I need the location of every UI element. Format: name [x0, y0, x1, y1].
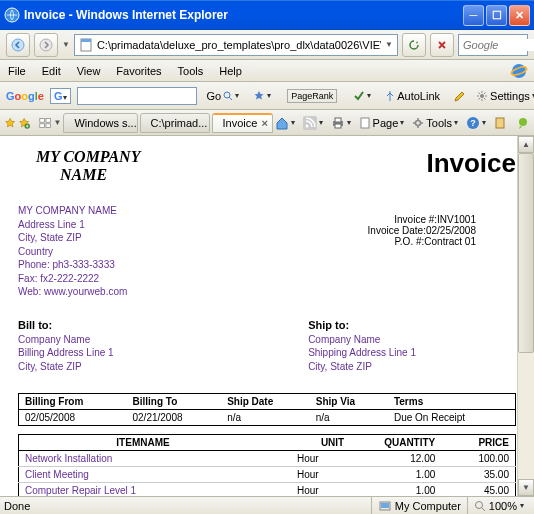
table-row: Computer Repair Level 1Hour1.0045.00 — [19, 483, 516, 497]
google-toolbar: Google G▾ Go ▾ ▾ PageRank ▾ AutoLink Set… — [0, 82, 534, 110]
table-row: Network InstallationHour12.00100.00 — [19, 451, 516, 467]
invoice-title: Invoice — [426, 148, 516, 179]
home-button[interactable]: ▾ — [275, 116, 295, 130]
svg-rect-11 — [40, 118, 45, 122]
items-table: ITEMNAME UNIT QUANTITY PRICE Network Ins… — [18, 434, 516, 496]
minimize-button[interactable]: ─ — [463, 5, 484, 26]
svg-point-1 — [12, 39, 24, 51]
table-row: Client MeetingHour1.0035.00 — [19, 467, 516, 483]
address-dropdown[interactable]: ▼ — [385, 40, 393, 49]
address-input[interactable] — [97, 39, 381, 51]
company-address: MY COMPANY NAME Address Line 1 City, Sta… — [18, 204, 127, 299]
title-bar: Invoice - Windows Internet Explorer ─ ☐ … — [0, 0, 534, 30]
address-bar[interactable]: ▼ — [74, 34, 398, 56]
forward-button[interactable] — [34, 33, 58, 57]
check-button[interactable]: ▾ — [349, 88, 375, 104]
svg-rect-27 — [496, 118, 504, 128]
status-zoom[interactable]: 100% ▾ — [467, 497, 530, 514]
status-zone: My Computer — [371, 497, 467, 514]
research-button[interactable] — [494, 116, 508, 130]
tab-invoice[interactable]: Invoice× — [212, 113, 273, 133]
vertical-scrollbar[interactable]: ▲ ▼ — [517, 136, 534, 496]
scroll-down-button[interactable]: ▼ — [518, 479, 534, 496]
add-favorites-icon[interactable] — [18, 115, 30, 131]
tab-list-dropdown[interactable]: ▼ — [53, 118, 61, 127]
invoice-meta: Invoice #:INV1001 Invoice Date:02/25/200… — [368, 214, 476, 299]
svg-rect-22 — [335, 124, 341, 128]
svg-text:?: ? — [470, 118, 476, 128]
tab-bar: ▼ Windows s... C:\primad... Invoice× ▾ ▾… — [0, 110, 534, 136]
autolink-button[interactable]: AutoLink — [381, 88, 444, 104]
scroll-thumb[interactable] — [518, 153, 534, 353]
google-search-input[interactable] — [77, 87, 197, 105]
company-name-header: MY COMPANY NAME — [18, 148, 140, 184]
help-button[interactable]: ?▾ — [466, 116, 486, 130]
status-bar: Done My Computer 100% ▾ — [0, 496, 534, 514]
search-input[interactable] — [463, 39, 534, 51]
google-bookmark-button[interactable]: ▾ — [249, 88, 275, 104]
svg-rect-14 — [46, 123, 51, 127]
svg-point-28 — [519, 118, 527, 126]
svg-rect-12 — [46, 118, 51, 122]
ie-logo-icon — [510, 62, 528, 80]
content-area: MY COMPANY NAME Invoice MY COMPANY NAME … — [0, 136, 534, 496]
tools-menu[interactable]: Tools▾ — [412, 117, 458, 129]
svg-rect-4 — [81, 39, 91, 42]
google-g-button[interactable]: G▾ — [50, 88, 71, 104]
maximize-button[interactable]: ☐ — [486, 5, 507, 26]
menu-view[interactable]: View — [69, 63, 109, 79]
scroll-up-button[interactable]: ▲ — [518, 136, 534, 153]
menu-favorites[interactable]: Favorites — [108, 63, 169, 79]
nav-bar: ▼ ▼ ▼ — [0, 30, 534, 60]
menu-help[interactable]: Help — [211, 63, 250, 79]
close-button[interactable]: ✕ — [509, 5, 530, 26]
svg-point-24 — [416, 120, 421, 125]
print-button[interactable]: ▾ — [331, 116, 351, 130]
svg-point-6 — [512, 64, 526, 78]
status-text: Done — [4, 500, 30, 512]
refresh-button[interactable] — [402, 33, 426, 57]
menu-tools[interactable]: Tools — [170, 63, 212, 79]
settings-button[interactable]: Settings▾ — [476, 90, 534, 102]
menu-bar: File Edit View Favorites Tools Help — [0, 60, 534, 82]
ship-to-block: Ship to: Company Name Shipping Address L… — [308, 319, 416, 374]
svg-rect-13 — [40, 123, 45, 127]
search-box[interactable]: ▼ — [458, 34, 528, 56]
messenger-button[interactable] — [516, 116, 530, 130]
feeds-button[interactable]: ▾ — [303, 116, 323, 130]
nav-history-dropdown[interactable]: ▼ — [62, 40, 70, 49]
favorites-star-icon[interactable] — [4, 115, 16, 131]
stop-button[interactable] — [430, 33, 454, 57]
bill-to-block: Bill to: Company Name Billing Address Li… — [18, 319, 114, 374]
ie-icon — [4, 7, 20, 23]
autofill-button[interactable] — [450, 88, 470, 104]
svg-rect-21 — [335, 118, 341, 122]
billing-details-table: Billing From Billing To Ship Date Ship V… — [18, 393, 516, 426]
google-brand: Google — [6, 90, 44, 102]
svg-point-9 — [480, 94, 484, 98]
page-icon — [79, 38, 93, 52]
tab-windows[interactable]: Windows s... — [63, 113, 137, 133]
svg-point-2 — [40, 39, 52, 51]
tab-close-icon[interactable]: × — [261, 117, 267, 129]
tab-primad[interactable]: C:\primad... — [140, 113, 210, 133]
google-go-button[interactable]: Go ▾ — [203, 88, 244, 104]
quick-tabs-icon[interactable] — [39, 115, 51, 131]
svg-point-19 — [305, 124, 308, 127]
svg-rect-23 — [361, 118, 369, 128]
menu-edit[interactable]: Edit — [34, 63, 69, 79]
svg-point-31 — [475, 501, 482, 508]
svg-rect-30 — [381, 503, 389, 508]
page-menu[interactable]: Page▾ — [359, 117, 405, 129]
back-button[interactable] — [6, 33, 30, 57]
menu-file[interactable]: File — [0, 63, 34, 79]
window-title: Invoice - Windows Internet Explorer — [24, 8, 463, 22]
pagerank-button[interactable]: PageRank — [287, 89, 337, 103]
